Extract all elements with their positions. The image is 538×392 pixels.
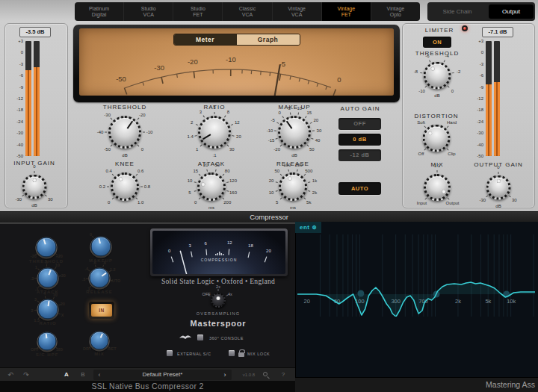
eq-curve-graph[interactable]: 20501003007002k5k10k — [297, 234, 535, 317]
prev-preset-icon[interactable]: ‹ — [96, 368, 103, 382]
model-tabbar: PlatinumDigitalStudioVCAStudioFETClassic… — [75, 2, 420, 21]
auto-gain-option-off[interactable]: OFF — [338, 118, 381, 130]
next-preset-icon[interactable]: › — [221, 368, 229, 382]
analyzer-tab-chip[interactable]: ent ⚙ — [295, 222, 321, 233]
knee-scale-label: 0.2 — [99, 184, 105, 189]
attack-scale-label: 15 — [193, 169, 198, 173]
distortion-knob[interactable] — [423, 125, 451, 152]
limiter-threshold-scale-label: -2 — [457, 69, 460, 74]
knob-pointer — [217, 296, 220, 300]
ssl-vu-screen: 036121820COMPRESSION — [152, 231, 285, 274]
search-icon[interactable] — [263, 372, 268, 376]
limiter-on-button[interactable]: ON — [423, 37, 451, 48]
meter-tick-label: -6 — [480, 73, 483, 78]
meter-tick-label: -40 — [16, 143, 23, 147]
tab-vintage-fet[interactable]: VintageFET — [322, 2, 371, 21]
svg-text:20: 20 — [304, 298, 310, 305]
distortion-scale-label: Hard — [447, 120, 457, 125]
tab-studio-vca[interactable]: StudioVCA — [124, 2, 173, 21]
input-gain-title: INPUT GAIN — [13, 160, 55, 167]
graph-tab[interactable]: Graph — [237, 34, 300, 45]
mix-lock-checkbox[interactable] — [228, 349, 235, 357]
comp-threshold-scale-label: -10 — [146, 130, 153, 134]
undo-icon[interactable]: ↶ — [4, 368, 16, 382]
distortion-scale-label: Off — [418, 152, 424, 156]
tab-vintage-vca[interactable]: VintageVCA — [273, 2, 322, 21]
ratio-scale-label: 1.4 — [187, 134, 193, 139]
knee-scale-label: 0 — [108, 200, 110, 205]
ssl-mix-knob[interactable] — [90, 332, 109, 350]
knee-knob[interactable] — [111, 172, 139, 201]
compressor-in-button[interactable]: IN — [89, 302, 114, 319]
meter-tick-label: 0 — [481, 50, 483, 55]
ssl-release-scale-label: .3 — [81, 277, 85, 281]
screen: PlatinumDigitalStudioVCAStudioFETClassic… — [0, 0, 538, 392]
version-label: v1.0.8 — [236, 368, 262, 382]
ratio-knob[interactable] — [198, 116, 231, 149]
tab-platinum-digital[interactable]: PlatinumDigital — [75, 2, 124, 21]
ssl-threshold-knob[interactable] — [37, 237, 57, 258]
auto-gain-option--12db[interactable]: -12 dB — [338, 149, 381, 161]
make-up-scale-label: 20 — [314, 118, 319, 122]
tab-classic-vca[interactable]: ClassicVCA — [223, 2, 272, 21]
oversampling-knob[interactable] — [211, 293, 226, 308]
ssl-ratio-scale-label: 20 — [61, 302, 65, 306]
svg-text:0: 0 — [337, 75, 341, 84]
release-knob[interactable] — [279, 172, 307, 201]
meter-tick-label: +3 — [478, 39, 483, 43]
output-gain-title: OUTPUT GAIN — [474, 161, 523, 168]
ssl-release-knob[interactable] — [90, 268, 110, 288]
output-gain-scale-label: dB — [495, 205, 501, 209]
svg-text:18: 18 — [248, 243, 253, 248]
knob-tick — [274, 131, 276, 131]
console-checkbox[interactable] — [197, 334, 204, 341]
output-gain-readout: -7.1 dB — [482, 27, 513, 37]
side-chain-button[interactable]: Side Chain — [427, 8, 487, 15]
svg-text:-50: -50 — [116, 75, 126, 83]
make-up-knob[interactable] — [278, 116, 311, 149]
svg-text:0: 0 — [168, 249, 171, 253]
ssl-sc-hpf-knob[interactable] — [38, 332, 57, 351]
attack-knob[interactable] — [197, 172, 226, 201]
preset-a-button[interactable]: A — [61, 368, 72, 382]
knob-tick — [312, 131, 315, 131]
ssl-makeup-knob[interactable] — [91, 237, 111, 257]
comp-threshold-knob[interactable] — [108, 116, 141, 149]
tab-label: Studio — [141, 6, 156, 12]
meter-tab[interactable]: Meter — [174, 34, 237, 45]
svg-text:-10: -10 — [226, 55, 236, 63]
output-button[interactable]: Output — [489, 4, 534, 19]
redo-icon[interactable]: ↷ — [20, 368, 32, 382]
auto-release-button[interactable]: AUTO — [338, 182, 381, 195]
make-up-scale-label: -20 — [273, 147, 280, 152]
tab-label: Vintage — [387, 6, 405, 12]
input-gain-scale-label: dB — [31, 204, 37, 208]
distortion-title: DISTORTION — [414, 113, 458, 119]
svg-text:-20: -20 — [188, 57, 198, 66]
ssl-sc-hpf-title: S/C HPF — [36, 352, 59, 357]
limiter-threshold-knob[interactable] — [424, 62, 451, 90]
distortion-scale-label: Clip — [448, 152, 456, 156]
preset-b-button[interactable]: B — [78, 368, 88, 382]
oversampling-title: OVERSAMPLING — [197, 311, 240, 316]
make-up-scale-label: 50 — [309, 147, 315, 152]
svg-text:6: 6 — [205, 241, 208, 246]
tab-studio-fet[interactable]: StudioFET — [173, 2, 223, 21]
auto-gain-option-0db[interactable]: 0 dB — [338, 134, 381, 146]
ssl-attack-knob[interactable] — [38, 268, 58, 288]
meter-tick-label: -3 — [480, 62, 483, 66]
external-sc-checkbox[interactable] — [166, 349, 173, 357]
tab-vintage-opto[interactable]: VintageOpto — [371, 2, 420, 21]
meter-tick-label: -18 — [16, 108, 23, 112]
release-scale-label: ms — [290, 205, 296, 210]
knob-tick — [105, 132, 107, 133]
ratio-scale-label: 3 — [200, 110, 202, 114]
help-icon[interactable]: ? — [278, 368, 288, 382]
mix-knob[interactable] — [424, 174, 451, 201]
knee-scale-label: 0.4 — [106, 169, 112, 173]
svg-text:2k: 2k — [455, 298, 461, 305]
ratio-scale-label: 20 — [236, 134, 241, 139]
ssl-mix-title: MIX — [94, 352, 105, 356]
ssl-attack-scale-label: .3 — [30, 276, 34, 281]
preset-name[interactable]: Default Preset* — [112, 368, 213, 382]
